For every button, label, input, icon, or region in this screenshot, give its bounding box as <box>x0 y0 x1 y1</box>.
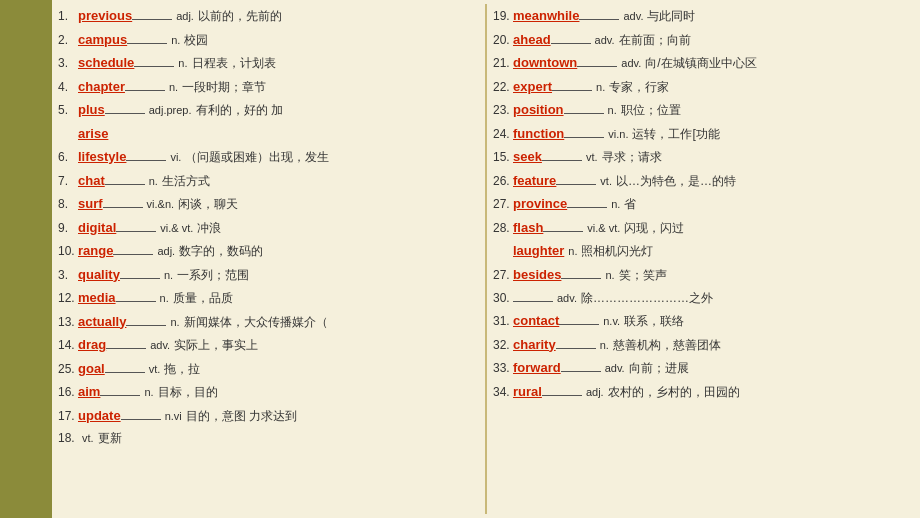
word-number: 5. <box>58 101 78 119</box>
word-def: 实际上，事实上 <box>174 336 479 354</box>
list-item: 23.positionn.职位；位置 <box>493 98 914 122</box>
word-number: 3. <box>58 266 78 284</box>
list-item: 12.median.质量，品质 <box>58 286 479 310</box>
word-def: 更新 <box>98 429 479 447</box>
word-def: 联系，联络 <box>624 312 914 330</box>
word-link[interactable]: range <box>78 241 113 261</box>
list-item: 34.ruraladj.农村的，乡村的，田园的 <box>493 380 914 404</box>
list-item: 15.seekvt.寻求；请求 <box>493 145 914 169</box>
word-link[interactable]: forward <box>513 358 561 378</box>
word-pos: vi.&n. <box>147 196 175 213</box>
word-link[interactable]: charity <box>513 335 556 355</box>
word-link[interactable]: campus <box>78 30 127 50</box>
word-pos: n. <box>605 267 614 284</box>
word-def: 专家，行家 <box>609 78 914 96</box>
word-pos: vi.& vt. <box>160 220 193 237</box>
word-pos: n. <box>171 32 180 49</box>
word-blank <box>552 77 592 91</box>
word-def: 有利的，好的 加 <box>196 101 479 119</box>
word-link[interactable]: province <box>513 194 567 214</box>
list-item: 10.rangeadj.数字的，数码的 <box>58 239 479 263</box>
word-link[interactable]: goal <box>78 359 105 379</box>
list-item: laughtern.照相机闪光灯 <box>493 239 914 263</box>
word-number: 32. <box>493 336 513 354</box>
word-link[interactable]: update <box>78 406 121 426</box>
word-number: 4. <box>58 78 78 96</box>
word-blank <box>577 53 617 67</box>
list-item: 1.previousadj.以前的，先前的 <box>58 4 479 28</box>
word-def: 照相机闪光灯 <box>581 242 914 260</box>
word-link[interactable]: contact <box>513 311 559 331</box>
word-link[interactable]: schedule <box>78 53 134 73</box>
word-link[interactable]: rural <box>513 382 542 402</box>
word-link[interactable]: plus <box>78 100 105 120</box>
word-def: 日程表，计划表 <box>192 54 479 72</box>
word-number: 31. <box>493 312 513 330</box>
word-link[interactable]: media <box>78 288 116 308</box>
word-number: 28. <box>493 219 513 237</box>
word-link[interactable]: seek <box>513 147 542 167</box>
word-number: 13. <box>58 313 78 331</box>
word-def: 职位；位置 <box>621 101 914 119</box>
word-link[interactable]: actually <box>78 312 126 332</box>
word-blank <box>542 147 582 161</box>
word-pos: n. <box>169 79 178 96</box>
word-link[interactable]: surf <box>78 194 103 214</box>
word-link[interactable]: laughter <box>513 241 564 261</box>
word-link[interactable]: chat <box>78 171 105 191</box>
word-link[interactable]: meanwhile <box>513 6 579 26</box>
word-def: 省 <box>624 195 914 213</box>
word-link[interactable]: chapter <box>78 77 125 97</box>
word-link[interactable]: lifestyle <box>78 147 126 167</box>
word-blank <box>513 288 553 302</box>
word-def: 向/在城镇商业中心区 <box>645 54 914 72</box>
word-pos: adv. <box>150 337 170 354</box>
word-number: 20. <box>493 31 513 49</box>
list-item: 26.featurevt.以…为特色，是…的特 <box>493 169 914 193</box>
word-number: 18. <box>58 429 78 447</box>
word-link[interactable]: aim <box>78 382 100 402</box>
left-column: 1.previousadj.以前的，先前的2.campusn.校园3.sched… <box>52 0 485 518</box>
sidebar <box>0 0 52 518</box>
list-item: 20.aheadadv.在前面；向前 <box>493 28 914 52</box>
word-link[interactable]: drag <box>78 335 106 355</box>
word-number: 21. <box>493 54 513 72</box>
word-link[interactable]: feature <box>513 171 556 191</box>
list-item: 24.functionvi.n.运转，工作[功能 <box>493 122 914 146</box>
word-pos: vt. <box>149 361 161 378</box>
list-item: 8.surfvi.&n.闲谈，聊天 <box>58 192 479 216</box>
word-link[interactable]: digital <box>78 218 116 238</box>
list-item: arise <box>58 122 479 146</box>
list-item: 30.adv.除……………………之外 <box>493 286 914 309</box>
word-number: 25. <box>58 360 78 378</box>
word-link[interactable]: downtown <box>513 53 577 73</box>
word-number: 17. <box>58 407 78 425</box>
word-number: 19. <box>493 7 513 25</box>
right-column: 19.meanwhileadv.与此同时20.aheadadv.在前面；向前21… <box>487 0 920 518</box>
word-link[interactable]: quality <box>78 265 120 285</box>
word-def: 以…为特色，是…的特 <box>616 172 914 190</box>
word-pos: adj. <box>586 384 604 401</box>
word-pos: vi.& vt. <box>587 220 620 237</box>
word-pos: adv. <box>605 360 625 377</box>
list-item: 27.besidesn.笑；笑声 <box>493 263 914 287</box>
word-link[interactable]: previous <box>78 6 132 26</box>
word-link[interactable]: position <box>513 100 564 120</box>
word-pos: vi. <box>170 149 181 166</box>
word-link[interactable]: flash <box>513 218 543 238</box>
word-link[interactable]: besides <box>513 265 561 285</box>
word-blank <box>126 147 166 161</box>
word-blank <box>556 335 596 349</box>
word-link[interactable]: arise <box>78 124 108 144</box>
word-number: 10. <box>58 242 78 260</box>
word-link[interactable]: expert <box>513 77 552 97</box>
word-number: 1. <box>58 7 78 25</box>
word-blank <box>559 311 599 325</box>
word-pos: n. <box>608 102 617 119</box>
word-blank <box>132 6 172 20</box>
word-link[interactable]: ahead <box>513 30 551 50</box>
word-number: 27. <box>493 266 513 284</box>
word-def: 数字的，数码的 <box>179 242 479 260</box>
word-blank <box>113 241 153 255</box>
word-link[interactable]: function <box>513 124 564 144</box>
